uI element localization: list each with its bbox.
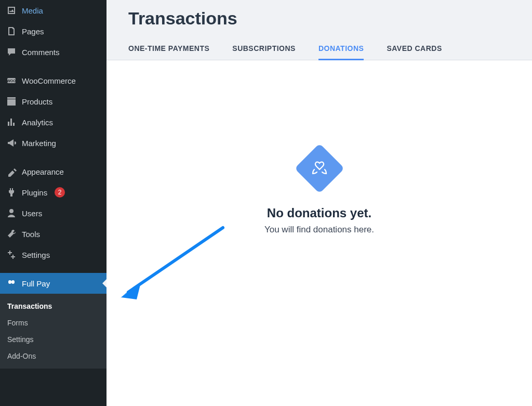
sidebar-item-label: Appearance xyxy=(22,167,64,176)
sidebar-item-media[interactable]: Media xyxy=(0,0,107,21)
tab-one-time-payments[interactable]: ONE-TIME PAYMENTS xyxy=(128,38,209,60)
sidebar-spacer xyxy=(0,62,107,70)
sidebar-item-settings[interactable]: Settings xyxy=(0,244,107,265)
sidebar-item-woocommerce[interactable]: WOO WooCommerce xyxy=(0,70,107,91)
sidebar-item-label: Full Pay xyxy=(22,279,50,288)
woo-icon: WOO xyxy=(6,75,17,86)
sidebar-item-label: Analytics xyxy=(22,118,53,127)
comments-icon xyxy=(6,47,17,57)
admin-sidebar: Media Pages Comments WOO WooCommerce Pro… xyxy=(0,0,107,406)
empty-subtitle: You will find donations here. xyxy=(264,225,374,235)
page-title: Transactions xyxy=(128,8,510,29)
sidebar-item-label: Marketing xyxy=(22,139,56,148)
users-icon xyxy=(6,208,17,218)
analytics-icon xyxy=(6,117,17,127)
tab-saved-cards[interactable]: SAVED CARDS xyxy=(387,38,442,60)
settings-icon xyxy=(6,250,17,260)
sidebar-item-label: Plugins xyxy=(22,188,47,197)
submenu-forms[interactable]: Forms xyxy=(0,315,107,331)
sidebar-item-marketing[interactable]: Marketing xyxy=(0,133,107,153)
tools-icon xyxy=(6,229,17,239)
media-icon xyxy=(6,5,17,16)
main-content: Transactions ONE-TIME PAYMENTS SUBSCRIPT… xyxy=(107,0,532,406)
sidebar-item-label: Products xyxy=(22,97,52,106)
content-area: No donations yet. You will find donation… xyxy=(107,60,532,406)
fullpay-submenu: Transactions Forms Settings Add-Ons xyxy=(0,294,107,369)
sidebar-item-label: Comments xyxy=(22,48,60,57)
sidebar-item-label: Pages xyxy=(22,27,44,36)
svg-text:WOO: WOO xyxy=(7,79,16,83)
tab-subscriptions[interactable]: SUBSCRIPTIONS xyxy=(232,38,296,60)
sidebar-spacer xyxy=(0,153,107,161)
tab-donations[interactable]: DONATIONS xyxy=(318,38,364,60)
sidebar-item-label: Media xyxy=(22,6,43,15)
submenu-addons[interactable]: Add-Ons xyxy=(0,348,107,364)
sidebar-item-analytics[interactable]: Analytics xyxy=(0,112,107,133)
sidebar-item-label: Users xyxy=(22,209,42,218)
submenu-settings[interactable]: Settings xyxy=(0,331,107,348)
sidebar-item-appearance[interactable]: Appearance xyxy=(0,161,107,182)
plugins-badge: 2 xyxy=(55,187,65,198)
marketing-icon xyxy=(6,138,17,148)
submenu-transactions[interactable]: Transactions xyxy=(0,298,107,315)
sidebar-item-products[interactable]: Products xyxy=(0,91,107,112)
sidebar-item-pages[interactable]: Pages xyxy=(0,21,107,42)
sidebar-item-comments[interactable]: Comments xyxy=(0,42,107,62)
tabs: ONE-TIME PAYMENTS SUBSCRIPTIONS DONATION… xyxy=(107,38,532,60)
sidebar-item-fullpay[interactable]: Full Pay xyxy=(0,273,107,294)
sidebar-item-plugins[interactable]: Plugins 2 xyxy=(0,182,107,203)
sidebar-spacer xyxy=(0,265,107,273)
sidebar-item-label: Tools xyxy=(22,230,40,239)
sidebar-item-label: WooCommerce xyxy=(22,76,76,85)
pages-icon xyxy=(6,26,17,36)
plugins-icon xyxy=(6,187,17,198)
products-icon xyxy=(6,96,17,107)
appearance-icon xyxy=(6,166,17,177)
sidebar-item-tools[interactable]: Tools xyxy=(0,224,107,244)
sidebar-item-users[interactable]: Users xyxy=(0,203,107,224)
empty-title: No donations yet. xyxy=(267,206,371,220)
sidebar-item-label: Settings xyxy=(22,251,50,259)
empty-state-icon xyxy=(295,143,344,193)
fullpay-icon xyxy=(6,278,17,289)
page-header: Transactions xyxy=(107,0,532,38)
